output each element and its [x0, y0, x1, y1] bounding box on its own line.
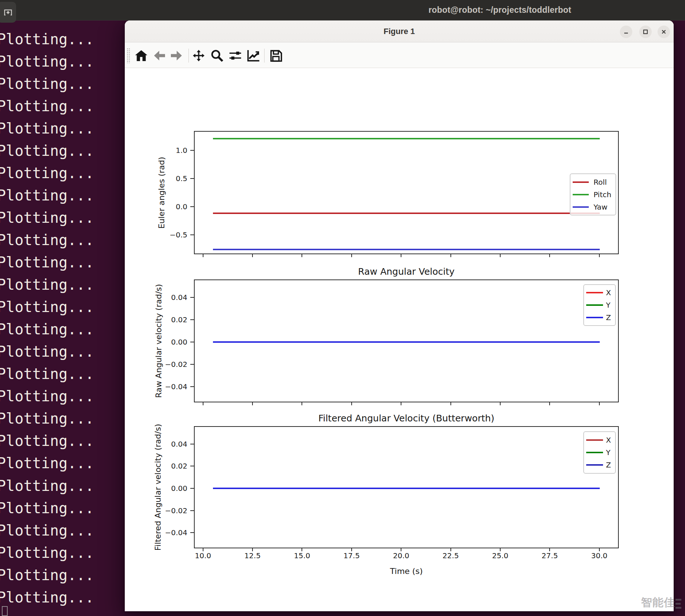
subplot-title: Raw Angular Velocity [195, 266, 618, 277]
line-z [213, 341, 600, 343]
terminal-line: Plotting... [0, 117, 94, 140]
legend-entry: Yaw [570, 201, 615, 213]
figure-canvas[interactable]: 1.00.50.0−0.5Euler angles (rad)RollPitch… [125, 68, 674, 611]
window-titlebar[interactable]: Figure 1 [125, 20, 674, 42]
terminal-line: Plotting... [0, 385, 94, 407]
line-yaw [213, 249, 600, 250]
axes-subplot-2: 0.040.020.00−0.02−0.04Raw Angular Veloci… [194, 279, 619, 402]
y-tick [190, 342, 194, 342]
terminal-line: Plotting... [0, 341, 94, 363]
terminal-line: Plotting... [0, 95, 94, 117]
terminal-line: Plotting... [0, 564, 94, 586]
customize-button[interactable] [245, 48, 261, 64]
terminal-line: Plotting... [0, 497, 94, 519]
y-tick [190, 444, 194, 444]
x-tick [302, 253, 302, 257]
legend-label: Y [606, 448, 610, 457]
x-tick [401, 402, 401, 405]
y-tick [190, 150, 194, 151]
close-button[interactable] [658, 26, 670, 38]
x-tick [401, 548, 401, 551]
legend-line-sample [586, 464, 603, 466]
terminal-title: robot@robot: ~/projects/toddlerbot [428, 0, 571, 20]
legend-line-sample [586, 317, 603, 318]
terminal-line: Plotting... [0, 28, 94, 50]
x-tick [549, 548, 550, 551]
toolbar-separator [188, 49, 189, 63]
legend: RollPitchYaw [570, 173, 616, 215]
terminal-line: Plotting... [0, 452, 94, 474]
y-axis-label: Filtered Angular velocity (rad/s) [153, 410, 163, 564]
x-tick-label: 15.0 [285, 551, 318, 560]
y-axis-label: Euler angles (rad) [157, 116, 166, 270]
legend-entry: Z [584, 311, 615, 324]
legend-label: Yaw [594, 203, 607, 211]
x-tick [599, 402, 600, 405]
legend-label: Y [606, 301, 610, 309]
x-tick [599, 548, 600, 551]
y-axis-label: Raw Angular velocity (rad/s) [154, 264, 164, 418]
legend-label: Pitch [594, 190, 611, 199]
y-tick [190, 466, 194, 466]
back-button[interactable] [151, 48, 168, 64]
x-tick-label: 17.5 [335, 551, 368, 560]
line-z [213, 488, 600, 489]
terminal-line: Plotting... [0, 363, 94, 385]
legend: XYZ [583, 284, 616, 326]
terminal-line: Plotting... [0, 229, 94, 251]
x-tick [599, 253, 600, 257]
x-tick [351, 253, 352, 257]
x-tick [302, 402, 302, 405]
terminal-line: Plotting... [0, 162, 94, 184]
minimize-button[interactable] [620, 26, 632, 38]
legend-entry: X [584, 434, 615, 446]
terminal-line: Plotting... [0, 251, 94, 274]
new-tab-button[interactable] [0, 2, 16, 23]
zoom-button[interactable] [209, 48, 225, 64]
terminal-line: Plotting... [0, 586, 94, 609]
terminal-line: Plotting... [0, 184, 94, 207]
legend-line-sample [586, 292, 603, 293]
x-tick [500, 253, 501, 257]
watermark-partial-glyph [675, 603, 681, 605]
watermark-text: 智能佳 [641, 597, 675, 608]
maximize-button[interactable] [639, 26, 652, 38]
x-tick [351, 402, 352, 405]
axes-subplot-3: 10.012.515.017.520.022.525.027.530.00.04… [194, 426, 619, 548]
y-tick [190, 206, 194, 207]
figure-window: Figure 1 [125, 20, 674, 611]
x-tick-label: 12.5 [236, 551, 269, 560]
x-tick [450, 548, 451, 551]
terminal-line: Plotting... [0, 207, 94, 229]
x-tick-label: 27.5 [533, 551, 566, 560]
x-axis-label: Time (s) [195, 567, 618, 576]
terminal-line: Plotting... [0, 519, 94, 542]
toolbar-grip[interactable] [127, 48, 130, 63]
terminal-line: Plotting... [0, 430, 94, 452]
x-tick [450, 402, 451, 405]
x-tick [203, 548, 203, 551]
pan-button[interactable] [191, 48, 207, 64]
legend-label: X [606, 436, 611, 444]
legend-entry: X [584, 286, 615, 299]
legend-entry: Z [584, 459, 615, 471]
top-bar: robot@robot: ~/projects/toddlerbot [0, 0, 685, 20]
terminal-line: Plotting... [0, 475, 94, 497]
forward-button[interactable] [168, 48, 184, 64]
terminal-line: Plotting... [0, 73, 94, 95]
x-tick [401, 253, 401, 257]
legend-entry: Pitch [570, 188, 615, 201]
y-tick [190, 510, 194, 511]
x-tick-label: 25.0 [484, 551, 517, 560]
home-button[interactable] [133, 48, 149, 64]
y-tick [190, 532, 194, 533]
legend-line-sample [586, 452, 603, 453]
subplots-button[interactable] [227, 48, 243, 64]
save-button[interactable] [268, 48, 284, 64]
x-tick [203, 253, 203, 257]
subplot-title: Filtered Angular Velocity (Butterworth) [195, 413, 618, 424]
x-tick [302, 548, 302, 551]
x-tick [549, 253, 550, 257]
terminal-line: Plotting... [0, 318, 94, 341]
terminal-line: Plotting... [0, 274, 94, 296]
